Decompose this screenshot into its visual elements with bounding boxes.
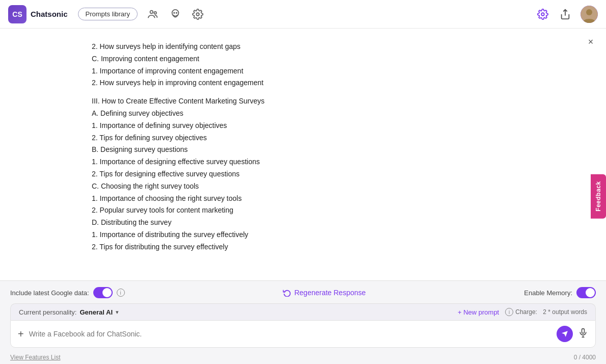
google-data-info-icon[interactable]: i [117, 289, 125, 297]
mic-button[interactable] [578, 328, 588, 341]
charge-info-icon[interactable]: i [505, 308, 513, 316]
google-data-label: Include latest Google data: [10, 289, 89, 297]
personality-name: General AI [80, 308, 113, 316]
chat-line: 2. How surveys help in identifying conte… [92, 41, 514, 53]
personality-right: + New prompt i Charge: 2 * output words [458, 308, 587, 316]
current-personality-label: Current personality: [19, 308, 76, 316]
chat-line: 2. Tips for designing effective survey q… [92, 168, 514, 180]
char-count: 0 / 4000 [574, 354, 596, 361]
settings-icon[interactable] [191, 7, 205, 21]
main-content: 2. How surveys help in identifying conte… [0, 29, 606, 364]
view-features-link[interactable]: View Features List [10, 354, 61, 361]
personality-chevron-icon[interactable]: ▾ [116, 309, 119, 316]
svg-point-2 [174, 12, 174, 13]
personality-bar: Current personality: General AI ▾ + New … [10, 303, 596, 320]
chat-line: D. Distributing the survey [92, 217, 514, 229]
chat-lines: 2. How surveys help in identifying conte… [92, 41, 514, 253]
chat-line: 1. Importance of distributing the survey… [92, 229, 514, 241]
charge-value: 2 * output words [543, 308, 587, 316]
chat-line: C. Choosing the right survey tools [92, 180, 514, 193]
svg-point-0 [150, 10, 153, 13]
footer-bar: View Features List 0 / 4000 [0, 352, 606, 364]
chat-line: B. Designing survey questions [92, 144, 514, 156]
svg-point-5 [541, 13, 544, 16]
svg-rect-9 [582, 328, 585, 333]
send-button[interactable] [557, 326, 573, 342]
regenerate-label: Regenerate Response [294, 289, 365, 297]
prompts-library-button[interactable]: Prompts library [78, 8, 138, 20]
settings-gear-icon[interactable] [536, 7, 550, 21]
svg-point-3 [176, 12, 176, 13]
chat-input[interactable] [29, 330, 551, 338]
brand-name: Chatsonic [31, 10, 68, 18]
chat-line: 2. Tips for defining survey objectives [92, 132, 514, 144]
chat-line: 2. Tips for distributing the survey effe… [92, 241, 514, 253]
chat-line: C. Improving content engagement [92, 53, 514, 65]
memory-toggle[interactable] [576, 287, 596, 298]
chat-line: 1. Importance of designing effective sur… [92, 156, 514, 168]
chat-line [92, 89, 514, 95]
feedback-tab[interactable]: Feedback [591, 174, 606, 218]
chat-scroll-area[interactable]: 2. How surveys help in identifying conte… [0, 29, 606, 280]
controls-row: Include latest Google data: i Regenerate… [10, 287, 596, 298]
chat-line: III. How to Create Effective Content Mar… [92, 95, 514, 108]
google-data-section: Include latest Google data: i [10, 287, 125, 298]
personas-icon[interactable] [168, 7, 182, 21]
chat-line: 1. Importance of choosing the right surv… [92, 193, 514, 205]
attachment-button[interactable]: + [18, 328, 24, 340]
avatar[interactable] [581, 6, 598, 23]
enable-memory-label: Enable Memory: [524, 289, 572, 297]
logo-icon: CS [8, 5, 27, 23]
svg-point-4 [196, 13, 199, 16]
logo-area: CS Chatsonic [8, 5, 68, 23]
chat-line: 1. Importance of improving content engag… [92, 65, 514, 77]
community-icon[interactable] [146, 7, 160, 21]
google-data-toggle[interactable] [93, 287, 113, 298]
header: CS Chatsonic Prompts library [0, 0, 606, 29]
header-icons [146, 7, 205, 21]
svg-point-8 [586, 9, 592, 15]
regenerate-button[interactable]: Regenerate Response [283, 289, 365, 297]
chat-line: 2. How surveys help in improving content… [92, 77, 514, 89]
chat-line: 2. Popular survey tools for content mark… [92, 204, 514, 217]
input-container: + [10, 320, 596, 348]
chat-line: A. Defining survey objectives [92, 108, 514, 120]
personality-left: Current personality: General AI ▾ [19, 308, 119, 316]
charge-info: i Charge: 2 * output words [505, 308, 587, 316]
share-icon[interactable] [558, 7, 572, 21]
header-right [536, 6, 598, 23]
chat-line: 1. Importance of defining survey objecti… [92, 120, 514, 132]
close-button[interactable]: × [584, 35, 598, 49]
bottom-area: Include latest Google data: i Regenerate… [0, 280, 606, 352]
charge-label: Charge: [515, 308, 537, 316]
svg-point-1 [154, 11, 156, 14]
memory-section: Enable Memory: [524, 287, 596, 298]
new-prompt-button[interactable]: + New prompt [458, 308, 499, 316]
